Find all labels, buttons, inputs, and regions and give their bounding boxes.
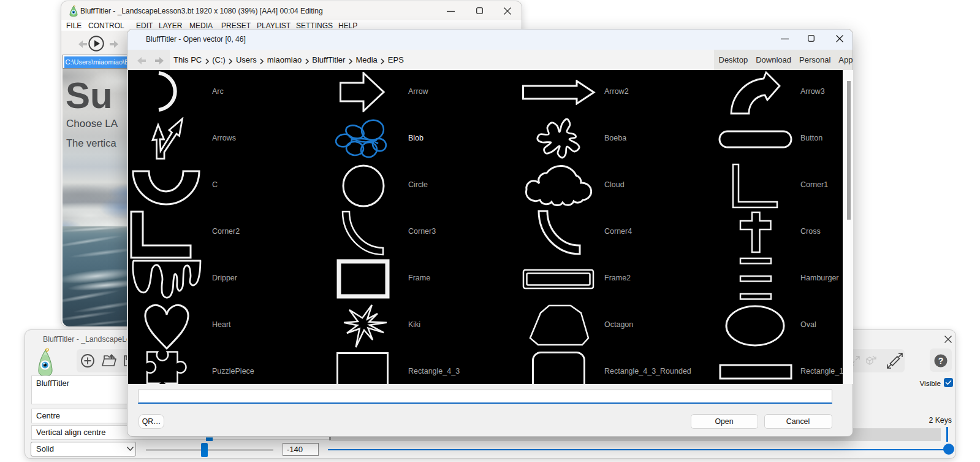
- svg-text:?: ?: [938, 356, 944, 366]
